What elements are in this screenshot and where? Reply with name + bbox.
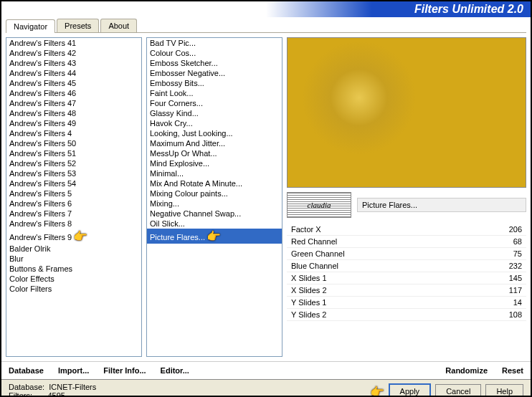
title-bar: Filters Unlimited 2.0 [1,1,531,17]
category-item[interactable]: Andrew's Filters 4 [6,128,141,138]
category-item[interactable]: Andrew's Filters 54 [6,178,141,188]
category-item[interactable]: Andrew's Filters 43 [6,58,141,68]
cancel-button[interactable]: Cancel [435,384,481,397]
category-item[interactable]: Blur [6,254,141,264]
param-value: 117 [509,286,522,295]
tab-navigator[interactable]: Navigator [6,19,55,33]
category-item[interactable]: Color Filters [6,284,141,294]
category-item[interactable]: Andrew's Filters 53 [6,168,141,178]
filter-item[interactable]: Mixing Colour paints... [147,188,282,198]
filter-item[interactable]: Colour Cos... [147,48,282,58]
category-item[interactable]: Andrew's Filters 42 [6,48,141,58]
tab-about[interactable]: About [100,19,137,32]
filter-item[interactable]: Emboss Sketcher... [147,58,282,68]
param-value: 232 [509,262,522,270]
param-value: 108 [509,310,522,319]
filter-item[interactable]: Picture Flares...👉 [147,229,282,244]
category-list[interactable]: Andrew's Filters 41Andrew's Filters 42An… [6,37,142,357]
database-button[interactable]: Database [9,366,44,375]
filter-item[interactable]: Maximum And Jitter... [147,138,282,148]
category-item[interactable]: Andrew's Filters 7 [6,209,141,219]
param-value: 68 [513,237,522,246]
action-bar: Database Import... Filter Info... Editor… [1,361,531,379]
category-item[interactable]: Andrew's Filters 46 [6,88,141,98]
filter-item[interactable]: Bad TV Pic... [147,38,282,48]
param-value: 14 [513,298,522,307]
param-row[interactable]: Factor X206 [287,224,526,236]
filter-item[interactable]: Faint Look... [147,88,282,98]
param-label: Green Channel [291,249,513,258]
status-info: Database: ICNET-Filters Filters: 4595 [9,383,369,397]
category-item[interactable]: Balder Olrik [6,244,141,254]
filter-item[interactable]: Mixing... [147,198,282,209]
filter-item[interactable]: Mix And Rotate A Minute... [147,178,282,188]
param-row[interactable]: X Slides 1145 [287,272,526,284]
filter-item[interactable]: Four Corners... [147,98,282,108]
apply-button[interactable]: Apply [389,383,432,397]
category-item[interactable]: Andrew's Filters 47 [6,98,141,108]
pointing-hand-icon: 👉 [206,229,221,243]
tab-presets[interactable]: Presets [57,19,99,32]
param-label: X Slides 2 [291,286,509,295]
category-item[interactable]: Andrew's Filters 44 [6,68,141,78]
filter-info-button[interactable]: Filter Info... [103,366,146,375]
status-bar: Database: ICNET-Filters Filters: 4595 👉 … [1,379,531,397]
app-title: Filters Unlimited 2.0 [414,3,523,16]
category-item[interactable]: Andrew's Filters 6 [6,198,141,209]
filter-list[interactable]: Bad TV Pic...Colour Cos...Emboss Sketche… [146,37,282,357]
parameter-list: Factor X206Red Channel68Green Channel75B… [287,224,526,357]
param-value: 145 [509,274,522,282]
filter-title-row: claudia Picture Flares... [287,192,526,218]
category-item[interactable]: Buttons & Frames [6,264,141,274]
filter-item[interactable]: Looking, Just Looking... [147,128,282,138]
category-item[interactable]: Andrew's Filters 41 [6,38,141,48]
tab-strip: Navigator Presets About [6,19,526,33]
category-item[interactable]: Andrew's Filters 45 [6,78,141,88]
filter-item[interactable]: Minimal... [147,168,282,178]
filter-item[interactable]: Oil Slick... [147,219,282,229]
param-row[interactable]: Green Channel75 [287,248,526,260]
filter-item[interactable]: Havok Cry... [147,118,282,128]
param-row[interactable]: Blue Channel232 [287,260,526,272]
import-button[interactable]: Import... [58,366,89,375]
help-button[interactable]: Help [485,384,523,397]
pointing-hand-icon: 👉 [73,229,87,243]
randomize-button[interactable]: Randomize [445,366,488,375]
param-value: 206 [509,225,522,234]
main-panel: Andrew's Filters 41Andrew's Filters 42An… [1,33,531,361]
filter-item[interactable]: MessUp Or What... [147,148,282,158]
param-label: Y Slides 2 [291,310,509,319]
category-item[interactable]: Color Effects [6,274,141,284]
preview-image [287,37,526,188]
param-label: Factor X [291,225,509,234]
category-item[interactable]: Andrew's Filters 49 [6,118,141,128]
reset-button[interactable]: Reset [502,366,523,375]
param-row[interactable]: Y Slides 2108 [287,309,526,321]
current-filter-name: Picture Flares... [357,198,526,212]
filter-item[interactable]: Embossy Bits... [147,78,282,88]
param-row[interactable]: Red Channel68 [287,236,526,248]
pointing-hand-icon: 👉 [370,385,384,398]
filter-item[interactable]: Glassy Kind... [147,108,282,118]
param-label: Red Channel [291,237,513,246]
category-item[interactable]: Andrew's Filters 8 [6,219,141,229]
param-row[interactable]: X Slides 2117 [287,284,526,297]
category-item[interactable]: Andrew's Filters 5 [6,188,141,198]
category-item[interactable]: Andrew's Filters 50 [6,138,141,148]
category-item[interactable]: Andrew's Filters 9👉 [6,229,141,244]
logo: claudia [287,192,351,218]
category-item[interactable]: Andrew's Filters 52 [6,158,141,168]
filter-item[interactable]: Embosser Negative... [147,68,282,78]
param-label: X Slides 1 [291,274,509,282]
editor-button[interactable]: Editor... [161,366,189,375]
category-item[interactable]: Andrew's Filters 51 [6,148,141,158]
param-row[interactable]: Y Slides 114 [287,297,526,309]
category-item[interactable]: Andrew's Filters 48 [6,108,141,118]
filter-item[interactable]: Mind Explosive... [147,158,282,168]
filter-item[interactable]: Negative Channel Swap... [147,209,282,219]
param-value: 75 [513,249,522,258]
param-label: Blue Channel [291,262,509,270]
right-panel: claudia Picture Flares... Factor X206Red… [287,37,526,357]
param-label: Y Slides 1 [291,298,513,307]
